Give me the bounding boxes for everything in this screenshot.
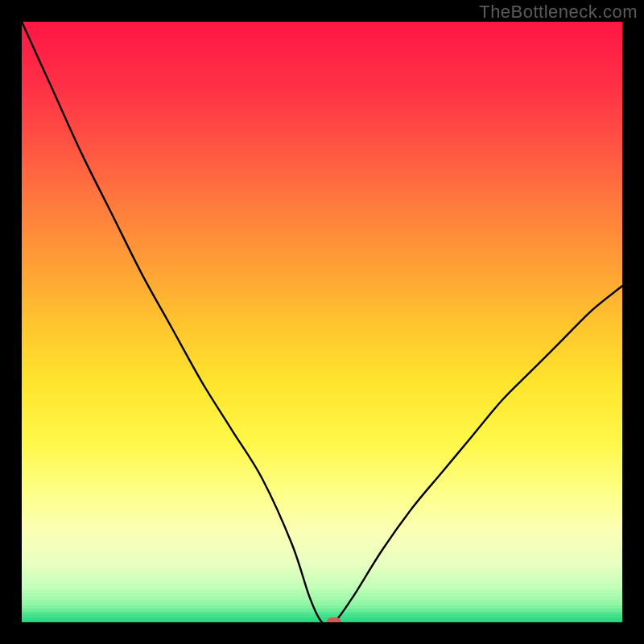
bottleneck-marker bbox=[327, 617, 341, 622]
plot-area bbox=[22, 22, 622, 622]
bottleneck-curve bbox=[22, 22, 622, 622]
watermark-text: TheBottleneck.com bbox=[479, 2, 638, 23]
chart-frame: TheBottleneck.com bbox=[0, 0, 644, 644]
curve-layer bbox=[22, 22, 622, 622]
